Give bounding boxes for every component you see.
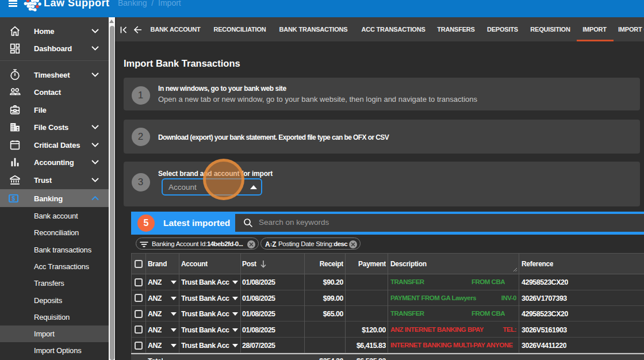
svg-text:$: $: [12, 194, 16, 201]
